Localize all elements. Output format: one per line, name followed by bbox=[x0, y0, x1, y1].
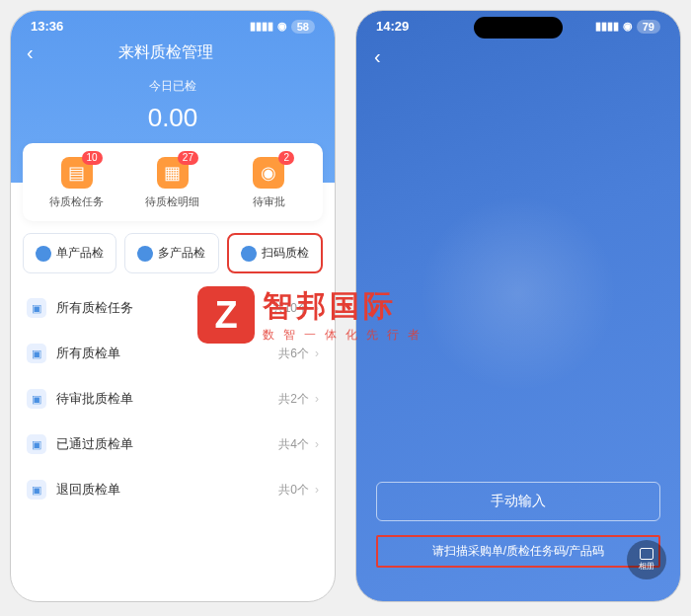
status-bar: 13:36 ▮▮▮▮ ◉ 58 bbox=[11, 11, 335, 38]
status-right: ▮▮▮▮ ◉ 58 bbox=[250, 19, 315, 34]
dynamic-island bbox=[474, 17, 563, 38]
item-count: 共0个 bbox=[278, 482, 309, 499]
badge: 10 bbox=[82, 151, 103, 165]
signal-icon: ▮▮▮▮ bbox=[250, 20, 273, 33]
chevron-right-icon: › bbox=[315, 301, 319, 315]
image-icon bbox=[640, 548, 653, 560]
chevron-right-icon: › bbox=[315, 392, 319, 406]
card-pending-approval[interactable]: ◉2 待审批 bbox=[221, 157, 317, 209]
person-icon: ◉2 bbox=[253, 157, 284, 189]
list-item[interactable]: ▣ 待审批质检单 共2个 › bbox=[23, 376, 323, 422]
action-buttons: 单产品检 多产品检 扫码质检 bbox=[11, 221, 335, 285]
album-button[interactable]: 相册 bbox=[627, 540, 666, 579]
item-count: 共4个 bbox=[278, 436, 309, 453]
list-item[interactable]: ▣ 退回质检单 共0个 › bbox=[23, 467, 323, 512]
status-right: ▮▮▮▮ ◉ 79 bbox=[595, 19, 660, 34]
multi-check-button[interactable]: 多产品检 bbox=[124, 233, 218, 273]
item-label: 已通过质检单 bbox=[56, 435, 278, 453]
wifi-icon: ◉ bbox=[277, 20, 287, 33]
header-subtitle: 今日已检 bbox=[11, 78, 335, 95]
scan-check-button[interactable]: 扫码质检 bbox=[227, 233, 323, 273]
card-label: 待质检明细 bbox=[124, 194, 220, 209]
dots-icon bbox=[137, 246, 153, 262]
card-pending-details[interactable]: ▦27 待质检明细 bbox=[124, 157, 220, 209]
nav-bar: ‹ 来料质检管理 bbox=[11, 38, 335, 76]
battery-indicator: 58 bbox=[291, 20, 315, 34]
item-count: 共2个 bbox=[278, 391, 309, 408]
manual-input-button[interactable]: 手动输入 bbox=[376, 482, 660, 521]
card-label: 待审批 bbox=[221, 194, 317, 209]
chevron-right-icon: › bbox=[315, 437, 319, 451]
doc-icon: ▣ bbox=[27, 344, 46, 363]
chevron-right-icon: › bbox=[315, 483, 319, 497]
badge: 2 bbox=[278, 151, 294, 165]
card-label: 待质检任务 bbox=[29, 194, 124, 209]
album-label: 相册 bbox=[639, 561, 654, 572]
list-icon: ▦27 bbox=[157, 157, 189, 189]
scan-area: 手动输入 请扫描采购单/质检任务码/产品码 相册 bbox=[356, 76, 680, 597]
back-button[interactable]: ‹ bbox=[356, 38, 680, 76]
list-item[interactable]: ▣ 所有质检单 共6个 › bbox=[23, 331, 323, 376]
item-label: 退回质检单 bbox=[56, 481, 278, 499]
item-label: 所有质检任务 bbox=[56, 299, 272, 317]
list-item[interactable]: ▣ 已通过质检单 共4个 › bbox=[23, 422, 323, 467]
item-label: 所有质检单 bbox=[56, 345, 278, 362]
battery-indicator: 79 bbox=[637, 20, 660, 34]
dot-icon bbox=[36, 246, 51, 262]
doc-icon: ▣ bbox=[27, 298, 46, 318]
page-title: 来料质检管理 bbox=[14, 42, 319, 63]
stats-cards: ▤10 待质检任务 ▦27 待质检明细 ◉2 待审批 bbox=[23, 143, 323, 221]
doc-icon: ▣ bbox=[27, 389, 46, 409]
badge: 27 bbox=[178, 151, 198, 165]
scan-icon bbox=[241, 246, 257, 262]
phone-left: 13:36 ▮▮▮▮ ◉ 58 ‹ 来料质检管理 今日已检 0.00 ▤10 待… bbox=[10, 10, 336, 602]
scan-glare bbox=[420, 194, 617, 392]
header-value: 0.00 bbox=[11, 103, 335, 133]
single-check-button[interactable]: 单产品检 bbox=[23, 233, 116, 273]
wifi-icon: ◉ bbox=[623, 20, 633, 33]
phone-right: 14:29 ▮▮▮▮ ◉ 79 ‹ 手动输入 请扫描采购单/质检任务码/产品码 … bbox=[355, 10, 681, 602]
item-label: 待审批质检单 bbox=[56, 390, 278, 408]
item-count: 共6个 bbox=[278, 346, 309, 362]
signal-icon: ▮▮▮▮ bbox=[595, 20, 619, 33]
card-pending-tasks[interactable]: ▤10 待质检任务 bbox=[29, 157, 124, 209]
status-time: 13:36 bbox=[31, 19, 63, 34]
doc-icon: ▣ bbox=[27, 434, 46, 454]
list-item[interactable]: ▣ 所有质检任务 共10个 › bbox=[23, 285, 323, 331]
chevron-right-icon: › bbox=[315, 346, 319, 360]
clipboard-icon: ▤10 bbox=[61, 157, 93, 189]
status-time: 14:29 bbox=[376, 19, 409, 34]
scan-hint-text: 请扫描采购单/质检任务码/产品码 bbox=[376, 535, 660, 568]
menu-list: ▣ 所有质检任务 共10个 › ▣ 所有质检单 共6个 › ▣ 待审批质检单 共… bbox=[11, 285, 335, 512]
item-count: 共10个 bbox=[272, 300, 309, 317]
doc-icon: ▣ bbox=[27, 480, 46, 500]
